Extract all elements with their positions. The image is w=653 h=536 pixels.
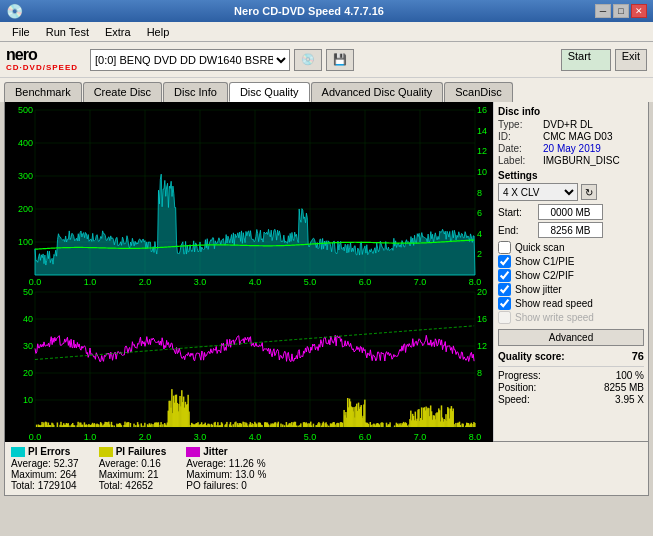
pi-errors-avg: Average: 52.37	[11, 458, 79, 469]
jitter-avg: Average: 11.26 %	[186, 458, 266, 469]
end-input[interactable]	[538, 222, 603, 238]
close-button[interactable]: ✕	[631, 4, 647, 18]
position-label: Position:	[498, 382, 536, 393]
speed-label: Speed:	[498, 394, 530, 405]
logo-text: nero	[6, 47, 78, 63]
legend-jitter: Jitter Average: 11.26 % Maximum: 13.0 % …	[186, 446, 266, 491]
refresh-button[interactable]: ↻	[581, 184, 597, 200]
pi-errors-max: Maximum: 264	[11, 469, 79, 480]
side-panel: Disc info Type: DVD+R DL ID: CMC MAG D03…	[493, 102, 648, 441]
start-button[interactable]: Start	[561, 49, 611, 71]
jitter-po-failures: PO failures: 0	[186, 480, 266, 491]
tab-benchmark[interactable]: Benchmark	[4, 82, 82, 102]
pi-failures-title: PI Failures	[116, 446, 167, 457]
advanced-button[interactable]: Advanced	[498, 329, 644, 346]
tab-advanceddiscquality[interactable]: Advanced Disc Quality	[311, 82, 444, 102]
speed-value: 3.95 X	[615, 394, 644, 405]
legend-pi-errors: PI Errors Average: 52.37 Maximum: 264 To…	[11, 446, 79, 491]
start-label: Start:	[498, 207, 538, 218]
progress-section: Progress: 100 % Position: 8255 MB Speed:…	[498, 366, 644, 405]
title-bar: 💿 Nero CD-DVD Speed 4.7.7.16 ─ □ ✕	[0, 0, 653, 22]
id-value: CMC MAG D03	[543, 131, 612, 142]
logo-sub: CD·DVD/SPEED	[6, 63, 78, 72]
showwritespeed-label: Show write speed	[515, 312, 594, 323]
showwritespeed-checkbox[interactable]	[498, 311, 511, 324]
menu-bar: File Run Test Extra Help	[0, 22, 653, 42]
disc-info-title: Disc info	[498, 106, 644, 117]
showc2pif-checkbox[interactable]	[498, 269, 511, 282]
exit-button[interactable]: Exit	[615, 49, 647, 71]
menu-file[interactable]: File	[4, 24, 38, 40]
pi-failures-color-box	[99, 447, 113, 457]
legend-pi-failures: PI Failures Average: 0.16 Maximum: 21 To…	[99, 446, 167, 491]
menu-extra[interactable]: Extra	[97, 24, 139, 40]
menu-runtest[interactable]: Run Test	[38, 24, 97, 40]
toolbar: nero CD·DVD/SPEED [0:0] BENQ DVD DD DW16…	[0, 42, 653, 78]
date-value: 20 May 2019	[543, 143, 601, 154]
tab-bar: Benchmark Create Disc Disc Info Disc Qua…	[0, 78, 653, 102]
type-label: Type:	[498, 119, 543, 130]
label-value: IMGBURN_DISC	[543, 155, 620, 166]
eject-button[interactable]: 💿	[294, 49, 322, 71]
pi-errors-title: PI Errors	[28, 446, 70, 457]
maximize-button[interactable]: □	[613, 4, 629, 18]
date-label: Date:	[498, 143, 543, 154]
pi-errors-total: Total: 1729104	[11, 480, 79, 491]
settings-title: Settings	[498, 170, 644, 181]
type-value: DVD+R DL	[543, 119, 593, 130]
quality-score-value: 76	[632, 350, 644, 362]
quickscan-label: Quick scan	[515, 242, 564, 253]
pi-errors-color-box	[11, 447, 25, 457]
legend-area: PI Errors Average: 52.37 Maximum: 264 To…	[4, 442, 649, 496]
tab-createdisc[interactable]: Create Disc	[83, 82, 162, 102]
showc2pif-label: Show C2/PIF	[515, 270, 574, 281]
position-value: 8255 MB	[604, 382, 644, 393]
tab-scandisc[interactable]: ScanDisc	[444, 82, 512, 102]
minimize-button[interactable]: ─	[595, 4, 611, 18]
tab-discinfo[interactable]: Disc Info	[163, 82, 228, 102]
speed-selector[interactable]: 4 X CLV	[498, 183, 578, 201]
jitter-max: Maximum: 13.0 %	[186, 469, 266, 480]
jitter-title: Jitter	[203, 446, 227, 457]
showjitter-label: Show jitter	[515, 284, 562, 295]
menu-help[interactable]: Help	[139, 24, 178, 40]
pi-failures-total: Total: 42652	[99, 480, 167, 491]
showjitter-checkbox[interactable]	[498, 283, 511, 296]
id-label: ID:	[498, 131, 543, 142]
showc1pie-label: Show C1/PIE	[515, 256, 574, 267]
save-button[interactable]: 💾	[326, 49, 354, 71]
tab-discquality[interactable]: Disc Quality	[229, 82, 310, 102]
start-input[interactable]	[538, 204, 603, 220]
jitter-color-box	[186, 447, 200, 457]
showreadspeed-label: Show read speed	[515, 298, 593, 309]
charts-area	[5, 102, 493, 441]
window-controls: ─ □ ✕	[595, 4, 647, 18]
pi-failures-avg: Average: 0.16	[99, 458, 167, 469]
app-icon: 💿	[6, 3, 23, 19]
progress-label: Progress:	[498, 370, 541, 381]
progress-value: 100 %	[616, 370, 644, 381]
label-label: Label:	[498, 155, 543, 166]
end-label: End:	[498, 225, 538, 236]
showc1pie-checkbox[interactable]	[498, 255, 511, 268]
drive-selector[interactable]: [0:0] BENQ DVD DD DW1640 BSRB	[90, 49, 290, 71]
quickscan-checkbox[interactable]	[498, 241, 511, 254]
quality-score-label: Quality score:	[498, 351, 565, 362]
showreadspeed-checkbox[interactable]	[498, 297, 511, 310]
logo: nero CD·DVD/SPEED	[6, 47, 78, 72]
pi-failures-max: Maximum: 21	[99, 469, 167, 480]
app-title: Nero CD-DVD Speed 4.7.7.16	[23, 5, 595, 17]
